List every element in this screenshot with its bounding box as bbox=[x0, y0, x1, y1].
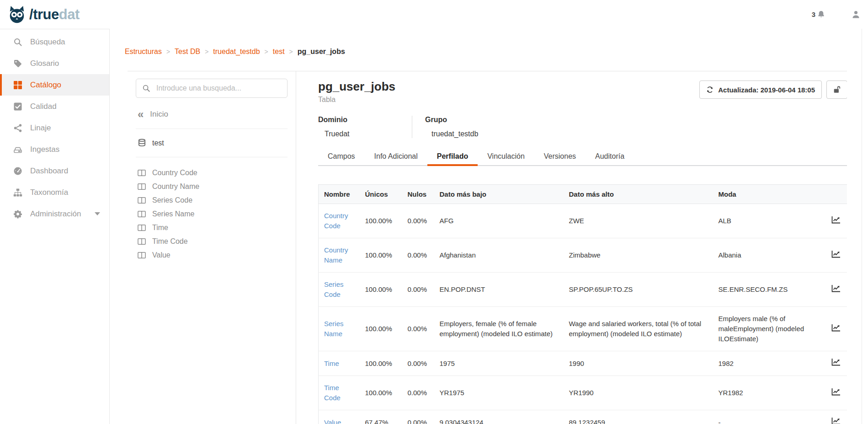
angle-double-left-icon: « bbox=[138, 111, 144, 118]
table-row: Time 100.00% 0.00% 1975 1990 1982 bbox=[319, 351, 847, 376]
field-item[interactable]: Country Name bbox=[136, 180, 288, 193]
domain-label: Dominio bbox=[318, 116, 412, 124]
chart-line-icon[interactable] bbox=[831, 250, 841, 261]
column-header-nombre: Nombre bbox=[319, 185, 360, 204]
unique-percent-cell: 100.00% bbox=[360, 351, 402, 376]
field-name-link[interactable]: Time Code bbox=[319, 376, 360, 410]
grid-icon bbox=[13, 81, 22, 90]
unique-percent-cell: 67.47% bbox=[360, 410, 402, 424]
columns-icon bbox=[138, 210, 146, 218]
chart-line-icon[interactable] bbox=[831, 388, 841, 398]
field-item[interactable]: Time Code bbox=[136, 235, 288, 248]
field-list: Country Code Country Name Series Code Se… bbox=[136, 166, 288, 262]
truedat-logo[interactable]: /truedat bbox=[7, 5, 80, 24]
sidebar-item-catalogo[interactable]: Catálogo bbox=[0, 74, 109, 96]
user-icon[interactable] bbox=[851, 10, 861, 19]
brand-wordmark: /truedat bbox=[29, 6, 80, 23]
detail-tabs: Campos Info Adicional Perfilado Vinculac… bbox=[318, 148, 847, 166]
table-row: Country Code 100.00% 0.00% AFG ZWE ALB bbox=[319, 204, 847, 238]
breadcrumb-link-estructuras[interactable]: Estructuras bbox=[125, 48, 162, 55]
sidebar: Búsqueda Glosario Catálogo Calidad Linaj… bbox=[0, 29, 110, 424]
breadcrumb-separator: > bbox=[265, 48, 268, 55]
chart-line-icon[interactable] bbox=[831, 358, 841, 369]
profile-table: Nombre Únicos Nulos Dato más bajo Dato m… bbox=[318, 184, 847, 424]
column-header-nulos: Nulos bbox=[402, 185, 434, 204]
lowest-value-cell: AFG bbox=[434, 204, 564, 238]
sidebar-item-administracion[interactable]: Administración bbox=[0, 203, 109, 225]
field-item[interactable]: Value bbox=[136, 248, 288, 262]
nulls-percent-cell: 0.00% bbox=[402, 410, 434, 424]
tree-back-inicio[interactable]: « Inicio bbox=[136, 110, 288, 119]
sidebar-item-busqueda[interactable]: Búsqueda bbox=[0, 31, 109, 53]
updated-refresh-button[interactable]: Actualizada: 2019-06-04 18:05 bbox=[699, 81, 822, 99]
notification-count: 3 bbox=[812, 11, 815, 18]
field-name-link[interactable]: Series Name bbox=[319, 307, 360, 351]
breadcrumb-link-testdb[interactable]: Test DB bbox=[175, 48, 200, 55]
chart-cell bbox=[821, 410, 847, 424]
tab-info-adicional[interactable]: Info Adicional bbox=[365, 148, 427, 165]
panel-divider bbox=[136, 129, 288, 129]
sidebar-item-dashboard[interactable]: Dashboard bbox=[0, 160, 109, 182]
sidebar-label: Ingestas bbox=[30, 145, 59, 154]
tree-search-box bbox=[136, 79, 288, 98]
panel-divider bbox=[136, 157, 288, 157]
sidebar-item-taxonomia[interactable]: Taxonomía bbox=[0, 182, 109, 203]
field-label: Country Code bbox=[152, 169, 197, 177]
unique-percent-cell: 100.00% bbox=[360, 307, 402, 351]
field-label: Time Code bbox=[152, 237, 188, 246]
mode-value-cell: YR1982 bbox=[713, 376, 821, 410]
breadcrumb-link-test[interactable]: test bbox=[273, 48, 285, 55]
tree-back-label: Inicio bbox=[150, 110, 168, 119]
sidebar-item-glosario[interactable]: Glosario bbox=[0, 53, 109, 74]
breadcrumb-separator: > bbox=[289, 48, 293, 55]
tab-versiones[interactable]: Versiones bbox=[534, 148, 586, 165]
chart-line-icon[interactable] bbox=[831, 324, 841, 334]
tree-search-input[interactable] bbox=[155, 84, 281, 93]
field-name-link[interactable]: Value bbox=[319, 410, 360, 424]
sidebar-label: Búsqueda bbox=[30, 38, 65, 47]
lock-toggle-button[interactable] bbox=[826, 81, 847, 99]
chart-cell bbox=[821, 307, 847, 351]
field-name-link[interactable]: Country Code bbox=[319, 204, 360, 238]
field-item[interactable]: Country Code bbox=[136, 166, 288, 180]
unlock-icon bbox=[833, 86, 841, 94]
tab-vinculacion[interactable]: Vinculación bbox=[478, 148, 534, 165]
nulls-percent-cell: 0.00% bbox=[402, 376, 434, 410]
columns-icon bbox=[138, 183, 146, 190]
lowest-value-cell: 9.0304343124 bbox=[434, 410, 564, 424]
mode-value-cell: - bbox=[713, 410, 821, 424]
field-item[interactable]: Series Code bbox=[136, 193, 288, 207]
unique-percent-cell: 100.00% bbox=[360, 376, 402, 410]
breadcrumb-current: pg_user_jobs bbox=[298, 48, 345, 55]
sidebar-item-linaje[interactable]: Linaje bbox=[0, 117, 109, 139]
field-item[interactable]: Time bbox=[136, 221, 288, 235]
chart-line-icon[interactable] bbox=[831, 284, 841, 295]
field-item[interactable]: Series Name bbox=[136, 207, 288, 221]
highest-value-cell: 1990 bbox=[564, 351, 713, 376]
field-name-link[interactable]: Time bbox=[319, 351, 360, 376]
breadcrumb-link-truedat-testdb[interactable]: truedat_testdb bbox=[213, 48, 260, 55]
field-label: Series Name bbox=[152, 210, 194, 218]
sidebar-item-ingestas[interactable]: Ingestas bbox=[0, 139, 109, 160]
sidebar-label: Catálogo bbox=[30, 81, 61, 90]
column-header-actions bbox=[821, 185, 847, 204]
tab-perfilado[interactable]: Perfilado bbox=[427, 148, 478, 165]
sidebar-item-calidad[interactable]: Calidad bbox=[0, 96, 109, 117]
chart-line-icon[interactable] bbox=[831, 417, 841, 424]
chart-line-icon[interactable] bbox=[831, 216, 841, 226]
nulls-percent-cell: 0.00% bbox=[402, 238, 434, 273]
gauge-icon bbox=[13, 166, 22, 176]
tree-root-test[interactable]: test bbox=[136, 139, 288, 147]
tab-campos[interactable]: Campos bbox=[318, 148, 365, 165]
highest-value-cell: YR1990 bbox=[564, 376, 713, 410]
field-name-link[interactable]: Country Name bbox=[319, 238, 360, 273]
lowest-value-cell: YR1975 bbox=[434, 376, 564, 410]
field-label: Series Code bbox=[152, 196, 192, 204]
notifications-button[interactable]: 3 bbox=[812, 10, 825, 19]
tag-icon bbox=[13, 59, 22, 68]
field-label: Country Name bbox=[152, 182, 199, 191]
tab-auditoria[interactable]: Auditoría bbox=[586, 148, 634, 165]
column-header-moda: Moda bbox=[713, 185, 821, 204]
highest-value-cell: SP.POP.65UP.TO.ZS bbox=[564, 273, 713, 307]
field-name-link[interactable]: Series Code bbox=[319, 273, 360, 307]
